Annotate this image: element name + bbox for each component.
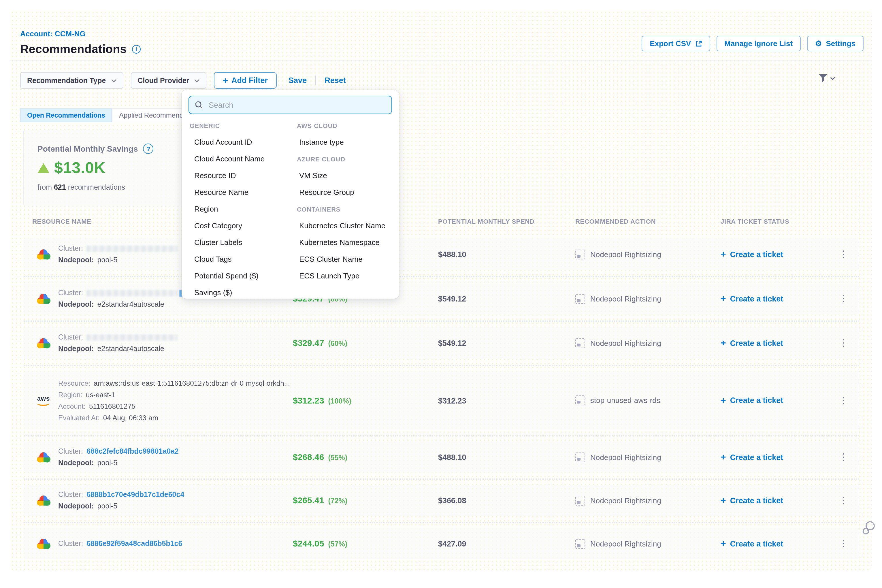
filter-option-cloud-account-id[interactable]: Cloud Account ID <box>182 138 289 146</box>
jira-cell: +Create a ticket <box>714 294 826 303</box>
row-menu-button[interactable]: ⋮ <box>835 249 852 260</box>
recommendation-type-label: Recommendation Type <box>27 76 106 84</box>
page-title: Recommendations <box>20 42 127 56</box>
redacted-cluster-name <box>87 334 177 341</box>
filter-option-resource-group[interactable]: Resource Group <box>289 188 399 196</box>
filter-section-containers: CONTAINERS <box>289 206 399 212</box>
filter-option-cost-category[interactable]: Cost Category <box>182 221 289 230</box>
savings-percent: (60%) <box>328 339 347 348</box>
resource-line: Nodepool:e2standar4autoscale <box>58 298 184 310</box>
create-ticket-link[interactable]: +Create a ticket <box>714 453 826 462</box>
row-menu-button[interactable]: ⋮ <box>835 495 852 506</box>
cloud-provider-filter[interactable]: Cloud Provider <box>130 72 206 89</box>
row-menu-button[interactable]: ⋮ <box>835 538 852 549</box>
gcp-logo-icon <box>36 248 51 261</box>
create-ticket-link[interactable]: +Create a ticket <box>714 496 826 505</box>
filter-option-cloud-tags[interactable]: Cloud Tags <box>182 255 289 264</box>
add-filter-button[interactable]: + Add Filter <box>214 72 276 89</box>
resource-line: Nodepool:pool-5 <box>58 500 184 512</box>
dropdown-row: Cluster LabelsKubernetes Namespace <box>182 234 399 251</box>
resource-line-label: Resource: <box>58 379 90 387</box>
filter-option-resource-name[interactable]: Resource Name <box>182 188 289 196</box>
filter-option-cloud-account-name[interactable]: Cloud Account Name <box>182 154 289 163</box>
resource-line-value: 511616801275 <box>89 402 135 410</box>
filter-section-generic: GENERIC <box>182 122 289 129</box>
dropdown-row: Resource IDVM Size <box>182 167 399 184</box>
filter-option-potential-spend[interactable]: Potential Spend ($) <box>182 272 289 280</box>
spend-value: $549.12 <box>438 295 466 303</box>
gcp-logo-icon <box>36 450 51 464</box>
redacted-cluster-name <box>87 246 177 252</box>
savings-cell: $265.41(72%) <box>282 495 428 506</box>
add-filter-dropdown: GENERICAWS CLOUDCloud Account IDInstance… <box>182 90 399 298</box>
aws-logo-icon: aws <box>36 395 51 405</box>
create-ticket-link[interactable]: +Create a ticket <box>714 539 826 548</box>
resource-cell: Cluster:6888b1c70e49db17c1de60c4Nodepool… <box>23 489 282 512</box>
manage-ignore-list-button[interactable]: Manage Ignore List <box>716 36 801 51</box>
create-ticket-link[interactable]: +Create a ticket <box>714 250 826 259</box>
info-icon[interactable]: i <box>132 45 141 53</box>
row-menu-cell: ⋮ <box>826 249 860 260</box>
filter-option-ecs-launch-type[interactable]: ECS Launch Type <box>289 272 399 280</box>
spend-value: $488.10 <box>438 453 466 462</box>
plus-icon: + <box>721 250 726 259</box>
tab-open-recommendations[interactable]: Open Recommendations <box>20 108 112 122</box>
resource-line-label: Cluster: <box>58 490 83 499</box>
save-filter-button[interactable]: Save <box>288 76 307 85</box>
row-menu-cell: ⋮ <box>826 293 860 304</box>
row-menu-button[interactable]: ⋮ <box>835 452 852 463</box>
resource-line: Cluster:688c2fefc84fbdc99801a0a2 <box>58 446 179 457</box>
action-cell: Nodepool Rightsizing <box>566 539 714 549</box>
filter-option-savings[interactable]: Savings ($) <box>182 288 289 297</box>
row-menu-button[interactable]: ⋮ <box>835 293 852 304</box>
action-cell: Nodepool Rightsizing <box>566 249 714 259</box>
cloud-provider-label: Cloud Provider <box>138 76 189 84</box>
column-monthly-spend: POTENTIAL MONTHLY SPEND <box>428 218 566 225</box>
dropdown-row: Cloud TagsECS Cluster Name <box>182 251 399 267</box>
action-label: Nodepool Rightsizing <box>590 539 661 548</box>
support-chat-icon[interactable] <box>862 520 876 538</box>
create-ticket-link[interactable]: +Create a ticket <box>714 294 826 303</box>
reset-filter-button[interactable]: Reset <box>324 76 346 85</box>
column-recommended-action: RECOMMENDED ACTION <box>566 218 714 225</box>
help-icon[interactable]: ? <box>143 144 154 154</box>
recommended-action-icon <box>575 452 585 462</box>
filter-option-kubernetes-namespace[interactable]: Kubernetes Namespace <box>289 238 399 247</box>
settings-button[interactable]: ⚙ Settings <box>807 36 864 51</box>
savings-percent: (72%) <box>328 497 347 505</box>
export-csv-button[interactable]: Export CSV <box>642 36 710 51</box>
cluster-link[interactable]: 6886e92f59a48cad86b5b1c6 <box>87 540 182 548</box>
savings-card-subtext: from 621 recommendations <box>38 183 184 191</box>
row-menu-button[interactable]: ⋮ <box>835 394 852 406</box>
add-filter-label: Add Filter <box>231 76 268 85</box>
filter-option-instance-type[interactable]: Instance type <box>289 138 399 146</box>
filter-section-azure-cloud: AZURE CLOUD <box>289 155 399 162</box>
dropdown-row: Cost CategoryKubernetes Cluster Name <box>182 218 399 234</box>
cluster-link[interactable]: 688c2fefc84fbdc99801a0a2 <box>87 447 179 455</box>
resource-line: Evaluated At:04 Aug, 06:33 am <box>58 412 282 423</box>
recommendation-type-filter[interactable]: Recommendation Type <box>20 72 123 89</box>
filter-option-region[interactable]: Region <box>182 205 289 213</box>
resource-cell: Cluster:688c2fefc84fbdc99801a0a2Nodepool… <box>23 446 282 469</box>
create-ticket-link[interactable]: +Create a ticket <box>714 396 826 405</box>
redacted-cluster-name <box>87 290 177 296</box>
savings-value: $312.23 <box>293 395 324 405</box>
filter-option-kubernetes-cluster-name[interactable]: Kubernetes Cluster Name <box>289 221 399 230</box>
filter-option-ecs-cluster-name[interactable]: ECS Cluster Name <box>289 255 399 264</box>
cluster-link[interactable]: 6888b1c70e49db17c1de60c4 <box>87 490 184 499</box>
savings-percent: (55%) <box>328 454 347 462</box>
filter-option-cluster-labels[interactable]: Cluster Labels <box>182 238 289 247</box>
recommended-action-icon <box>575 539 585 549</box>
jira-cell: +Create a ticket <box>714 539 826 548</box>
savings-value: $244.05 <box>293 538 324 548</box>
row-menu-button[interactable]: ⋮ <box>835 337 852 349</box>
account-breadcrumb[interactable]: Account: CCM-NG <box>20 29 86 38</box>
search-input[interactable] <box>207 100 386 110</box>
filter-panel-toggle[interactable] <box>818 74 835 82</box>
resource-line: Nodepool:e2standar4autoscale <box>58 343 177 354</box>
filter-option-resource-id[interactable]: Resource ID <box>182 171 289 180</box>
resource-line-label: Cluster: <box>58 540 83 548</box>
plus-icon: + <box>721 496 726 505</box>
filter-option-vm-size[interactable]: VM Size <box>289 171 399 180</box>
create-ticket-link[interactable]: +Create a ticket <box>714 338 826 348</box>
